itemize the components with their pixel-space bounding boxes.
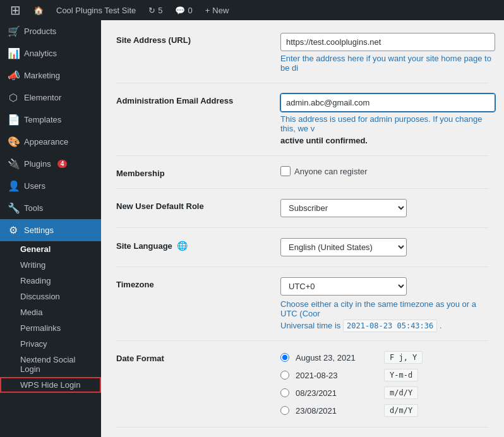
sidebar-item-appearance-label: Appearance: [24, 137, 68, 147]
date-format-option-1: 2021-08-23 Y-m-d: [280, 369, 489, 381]
submenu-item-general[interactable]: General: [0, 241, 101, 257]
sidebar-item-plugins[interactable]: 🔌 Plugins 4: [0, 153, 101, 175]
submenu-item-wps[interactable]: WPS Hide Login: [0, 377, 101, 393]
new-content-button[interactable]: + New: [200, 0, 234, 20]
plugins-badge: 4: [57, 160, 68, 168]
site-name-button[interactable]: Cool Plugins Test Site: [51, 0, 141, 20]
timezone-control: UTC+0 UTC-5 UTC+1 Choose either a city i…: [280, 277, 489, 330]
settings-arrow-indicator: [95, 224, 101, 237]
users-icon: 👤: [8, 180, 19, 192]
date-format-radio-3[interactable]: [280, 406, 289, 415]
membership-row: Membership Anyone can register: [116, 156, 489, 189]
comments-count: 0: [188, 6, 192, 15]
site-language-row: Site Language 🌐 English (United States): [116, 228, 489, 267]
sidebar-item-elementor-label: Elementor: [24, 93, 61, 102]
universal-time-value: 2021-08-23 05:43:36: [343, 320, 437, 332]
site-address-desc: Enter the address here if you want your …: [280, 54, 495, 73]
main-layout: 🛒 Products 📊 Analytics 📣 Marketing ⬡ Ele…: [0, 20, 504, 437]
date-format-radio-0[interactable]: [280, 353, 289, 362]
sidebar-item-products[interactable]: 🛒 Products: [0, 20, 101, 42]
site-address-input[interactable]: [280, 33, 495, 51]
settings-icon: ⚙: [8, 224, 19, 236]
membership-checkbox[interactable]: [280, 166, 291, 176]
sidebar-item-templates[interactable]: 📄 Templates: [0, 109, 101, 131]
site-address-label: Site Address (URL): [116, 33, 268, 45]
plugins-icon: 🔌: [8, 158, 19, 170]
admin-bar: ⊞ 🏠 Cool Plugins Test Site ↻ 5 💬 0 + New: [0, 0, 504, 20]
date-format-label-1: 2021-08-23: [296, 371, 378, 380]
site-language-label: Site Language 🌐: [116, 238, 268, 251]
templates-icon: 📄: [8, 114, 19, 126]
submenu-item-reading[interactable]: Reading: [0, 273, 101, 289]
sidebar-item-products-label: Products: [24, 27, 56, 36]
new-label: New: [212, 6, 229, 15]
admin-email-control: This address is used for admin purposes.…: [280, 93, 495, 145]
date-format-code-1: Y-m-d: [384, 369, 418, 381]
submenu-item-privacy[interactable]: Privacy: [0, 336, 101, 352]
date-format-label-3: 23/08/2021: [296, 406, 378, 416]
timezone-label: Timezone: [116, 277, 268, 289]
date-format-label-2: 08/23/2021: [296, 388, 378, 398]
membership-control: Anyone can register: [280, 166, 489, 176]
sidebar-item-elementor[interactable]: ⬡ Elementor: [0, 87, 101, 109]
submenu-item-nextend[interactable]: Nextend Social Login: [0, 352, 101, 377]
submenu-item-writing[interactable]: Writing: [0, 257, 101, 273]
sidebar-item-tools[interactable]: 🔧 Tools: [0, 197, 101, 219]
products-icon: 🛒: [8, 25, 19, 37]
comments-icon: 💬: [175, 6, 185, 15]
date-format-radio-1[interactable]: [280, 371, 289, 380]
sidebar-item-users[interactable]: 👤 Users: [0, 175, 101, 197]
analytics-icon: 📊: [8, 47, 19, 59]
sidebar-item-users-label: Users: [24, 181, 45, 191]
universal-time-label: Universal time is: [280, 321, 340, 330]
sidebar-item-marketing[interactable]: 📣 Marketing: [0, 64, 101, 87]
date-format-row: Date Format August 23, 2021 F j, Y 2021-…: [116, 341, 489, 428]
settings-form: Site Address (URL) Enter the address her…: [116, 33, 489, 428]
updates-button[interactable]: ↻ 5: [143, 0, 167, 20]
wp-logo-icon: ⊞: [10, 3, 21, 18]
timezone-desc: Choose either a city in the same timezon…: [280, 299, 489, 318]
sidebar-item-settings-label: Settings: [24, 225, 54, 235]
date-format-radio-group: August 23, 2021 F j, Y 2021-08-23 Y-m-d …: [280, 351, 489, 417]
date-format-label: Date Format: [116, 351, 268, 363]
sidebar-item-marketing-label: Marketing: [24, 71, 60, 80]
site-language-select[interactable]: English (United States): [280, 238, 407, 256]
updates-count: 5: [158, 6, 162, 15]
sidebar-item-appearance[interactable]: 🎨 Appearance: [0, 131, 101, 153]
date-format-code-3: d/m/Y: [384, 404, 418, 417]
submenu-item-permalinks[interactable]: Permalinks: [0, 320, 101, 336]
date-format-option-3: 23/08/2021 d/m/Y: [280, 404, 489, 417]
admin-email-desc: This address is used for admin purposes.…: [280, 114, 495, 133]
wp-logo-button[interactable]: ⊞: [5, 0, 26, 20]
comments-button[interactable]: 💬 0: [170, 0, 197, 20]
appearance-icon: 🎨: [8, 136, 19, 148]
universal-time: Universal time is 2021-08-23 05:43:36 .: [280, 321, 489, 330]
timezone-select[interactable]: UTC+0 UTC-5 UTC+1: [280, 277, 407, 296]
membership-label: Membership: [116, 166, 268, 178]
date-format-control: August 23, 2021 F j, Y 2021-08-23 Y-m-d …: [280, 351, 489, 417]
admin-email-input[interactable]: [280, 93, 495, 112]
date-format-option-0: August 23, 2021 F j, Y: [280, 351, 489, 364]
submenu-item-media[interactable]: Media: [0, 304, 101, 320]
new-user-role-select[interactable]: Subscriber Contributor Author Editor Adm…: [280, 199, 407, 217]
sidebar-item-analytics[interactable]: 📊 Analytics: [0, 42, 101, 64]
site-address-row: Site Address (URL) Enter the address her…: [116, 33, 489, 83]
membership-checkbox-row: Anyone can register: [280, 166, 489, 176]
date-format-radio-2[interactable]: [280, 388, 289, 397]
home-icon-item[interactable]: 🏠: [28, 0, 49, 20]
admin-email-label: Administration Email Address: [116, 93, 268, 105]
marketing-icon: 📣: [8, 69, 19, 81]
site-address-control: Enter the address here if you want your …: [280, 33, 495, 73]
membership-checkbox-label: Anyone can register: [294, 167, 368, 176]
submenu-item-discussion[interactable]: Discussion: [0, 289, 101, 304]
date-format-code-0: F j, Y: [384, 351, 423, 364]
sidebar-item-settings[interactable]: ⚙ Settings: [0, 219, 101, 241]
sidebar-item-plugins-label: Plugins: [24, 159, 51, 169]
new-user-role-label: New User Default Role: [116, 199, 268, 211]
refresh-icon: ↻: [148, 6, 155, 15]
sidebar-item-templates-label: Templates: [24, 115, 61, 124]
elementor-icon: ⬡: [8, 92, 19, 104]
translate-icon: 🌐: [177, 241, 188, 251]
site-address-link[interactable]: want your site home page to be di: [280, 54, 491, 73]
settings-submenu: General Writing Reading Discussion Media…: [0, 241, 101, 393]
